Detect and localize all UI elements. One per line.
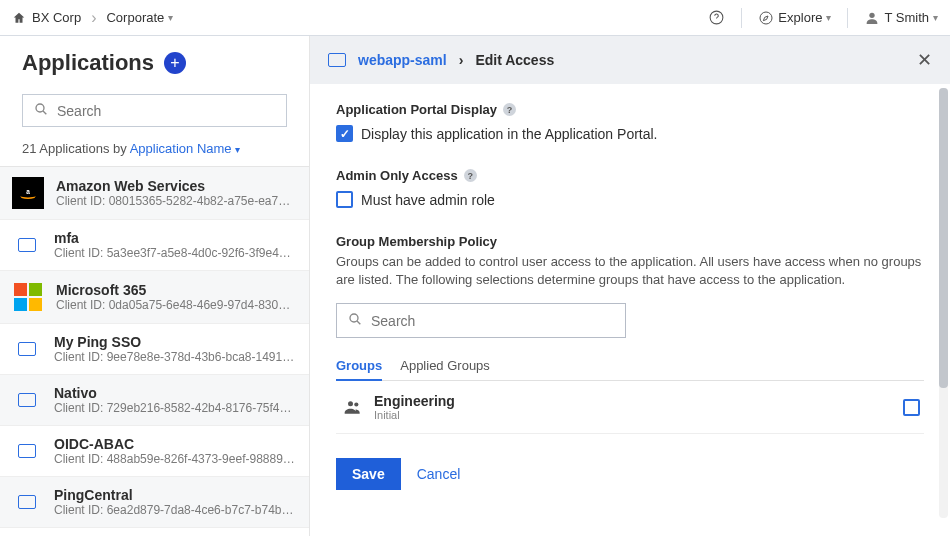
close-button[interactable]: ✕	[917, 49, 932, 71]
group-policy-heading: Group Membership Policy	[336, 234, 497, 249]
explore-button[interactable]: Explore ▾	[758, 10, 831, 26]
app-name: OIDC-ABAC	[54, 436, 295, 452]
panel-breadcrumb-current: Edit Access	[475, 52, 554, 68]
group-search-input[interactable]	[371, 313, 615, 329]
app-row[interactable]: My Ping SSOClient ID: 9ee78e8e-378d-43b6…	[0, 324, 309, 375]
sort-by-link[interactable]: Application Name ▾	[130, 141, 241, 156]
search-icon	[33, 101, 49, 120]
app-client-id: Client ID: 5a3ee3f7-a5e8-4d0c-92f6-3f9e4…	[54, 246, 295, 260]
group-row[interactable]: Engineering Initial	[336, 381, 924, 434]
app-name: mfa	[54, 230, 295, 246]
svg-text:a: a	[26, 188, 30, 195]
user-name: T Smith	[884, 10, 929, 25]
generic-app-icon	[18, 238, 36, 252]
caret-down-icon: ▾	[826, 12, 831, 23]
app-name: My Ping SSO	[54, 334, 295, 350]
svg-point-7	[354, 403, 358, 407]
tab-applied-groups[interactable]: Applied Groups	[400, 358, 490, 380]
app-row[interactable]: a Amazon Web ServicesClient ID: 08015365…	[0, 167, 309, 220]
scrollbar-thumb[interactable]	[939, 88, 948, 388]
applications-search[interactable]	[22, 94, 287, 127]
tab-groups[interactable]: Groups	[336, 358, 382, 381]
help-icon[interactable]: ?	[464, 169, 477, 182]
generic-app-icon	[18, 393, 36, 407]
svg-point-2	[870, 12, 875, 17]
portal-display-label: Display this application in the Applicat…	[361, 126, 658, 142]
svg-point-6	[348, 402, 353, 407]
divider	[847, 8, 848, 28]
aws-icon: a	[12, 177, 44, 209]
group-checkbox[interactable]	[903, 399, 920, 416]
user-menu[interactable]: T Smith ▾	[864, 10, 938, 26]
help-icon[interactable]: ?	[503, 103, 516, 116]
generic-app-icon	[18, 495, 36, 509]
app-client-id: Client ID: 08015365-5282-4b82-a75e-ea7cb…	[56, 194, 295, 208]
scrollbar[interactable]	[939, 88, 948, 518]
count-prefix: 21 Applications by	[22, 141, 130, 156]
app-row[interactable]: Microsoft 365Client ID: 0da05a75-6e48-46…	[0, 271, 309, 324]
breadcrumb-env[interactable]: Corporate ▾	[106, 10, 173, 25]
app-client-id: Client ID: 488ab59e-826f-4373-9eef-98889…	[54, 452, 295, 466]
applications-search-input[interactable]	[57, 103, 276, 119]
generic-app-icon	[18, 444, 36, 458]
home-icon[interactable]	[12, 11, 26, 25]
caret-down-icon: ▾	[168, 12, 173, 23]
breadcrumb-org[interactable]: BX Corp	[32, 10, 81, 25]
app-client-id: Client ID: 6ea2d879-7da8-4ce6-b7c7-b74b4…	[54, 503, 295, 517]
cancel-button[interactable]: Cancel	[417, 466, 461, 482]
admin-role-label: Must have admin role	[361, 192, 495, 208]
caret-down-icon: ▾	[933, 12, 938, 23]
svg-point-3	[36, 104, 44, 112]
app-row[interactable]: NativoClient ID: 729eb216-8582-42b4-8176…	[0, 375, 309, 426]
group-policy-description: Groups can be added to control user acce…	[336, 253, 924, 289]
divider	[741, 8, 742, 28]
panel-app-link[interactable]: webapp-saml	[358, 52, 447, 68]
app-client-id: Client ID: 729eb216-8582-42b4-8176-75f48…	[54, 401, 295, 415]
app-client-id: Client ID: 9ee78e8e-378d-43b6-bca8-14915…	[54, 350, 295, 364]
caret-down-icon: ▾	[235, 144, 240, 155]
app-row[interactable]: mfaClient ID: 5a3ee3f7-a5e8-4d0c-92f6-3f…	[0, 220, 309, 271]
microsoft-icon	[12, 281, 44, 313]
generic-app-icon	[18, 342, 36, 356]
app-client-id: Client ID: 0da05a75-6e48-46e9-97d4-8300a…	[56, 298, 295, 312]
save-button[interactable]: Save	[336, 458, 401, 490]
chevron-right-icon: ›	[87, 9, 100, 27]
chevron-right-icon: ›	[459, 52, 464, 68]
app-name: Amazon Web Services	[56, 178, 295, 194]
portal-display-checkbox[interactable]	[336, 125, 353, 142]
app-row[interactable]: PingCentralClient ID: 6ea2d879-7da8-4ce6…	[0, 477, 309, 528]
svg-point-5	[350, 314, 358, 322]
group-name: Engineering	[374, 393, 455, 409]
app-row[interactable]: OIDC-ABACClient ID: 488ab59e-826f-4373-9…	[0, 426, 309, 477]
portal-display-heading: Application Portal Display	[336, 102, 497, 117]
svg-point-1	[760, 12, 772, 24]
search-icon	[347, 311, 363, 330]
applications-count: 21 Applications by Application Name ▾	[0, 135, 309, 167]
breadcrumb-env-label: Corporate	[106, 10, 164, 25]
app-icon	[328, 53, 346, 67]
add-application-button[interactable]: +	[164, 52, 186, 74]
group-sublabel: Initial	[374, 409, 455, 421]
app-name: Microsoft 365	[56, 282, 295, 298]
app-name: PingCentral	[54, 487, 295, 503]
page-title: Applications	[22, 50, 154, 76]
explore-label: Explore	[778, 10, 822, 25]
help-button[interactable]	[708, 9, 725, 26]
app-name: Nativo	[54, 385, 295, 401]
admin-access-heading: Admin Only Access	[336, 168, 458, 183]
admin-role-checkbox[interactable]	[336, 191, 353, 208]
group-search[interactable]	[336, 303, 626, 338]
group-icon	[340, 397, 366, 417]
